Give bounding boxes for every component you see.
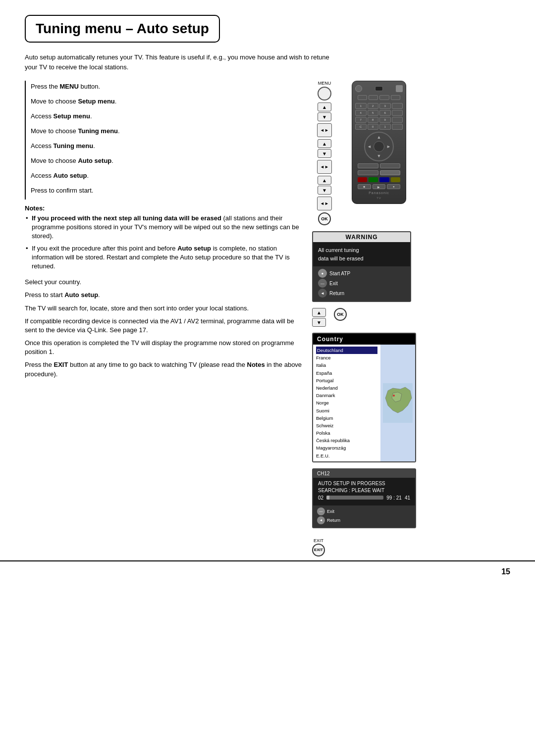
remote-btn — [379, 95, 389, 100]
warning-ok-icon: ● — [318, 269, 327, 278]
remote-btn — [369, 95, 378, 100]
warning-start-row: ● Start ATP — [318, 269, 405, 278]
intro-text: Auto setup automatically retunes your TV… — [25, 52, 332, 72]
country-item: Schweiz — [316, 422, 377, 429]
menu-label: MENU — [318, 81, 331, 86]
progress-bar-row: 02 99 : 21 41 — [318, 495, 410, 501]
country-body: Deutschland France Italia España Portuga… — [313, 345, 415, 461]
bottom-line — [0, 560, 535, 561]
remote-btn — [392, 124, 403, 130]
step-2-text: Move to choose Setup menu. — [31, 97, 302, 106]
remote-green-btn — [369, 177, 378, 182]
notes-item-2: If you exit the procedure after this poi… — [25, 244, 302, 271]
progress-line1: AUTO SETUP IN PROGRESS — [318, 481, 410, 486]
country-selected: Deutschland — [316, 347, 377, 354]
progress-line2: SEARCHING : PLEASE WAIT — [318, 488, 410, 493]
country-ok-icon: OK — [334, 308, 347, 321]
step-4-text: Move to choose Tuning menu. — [31, 127, 302, 136]
remote-btn: 7 — [355, 117, 367, 123]
step-row: Move to choose Setup menu. — [31, 96, 302, 107]
progress-val3: 41 — [405, 495, 410, 501]
remote-btn: 4 — [355, 110, 367, 116]
complete-step: Once this operation is completed the TV … — [25, 339, 302, 356]
nav-right-icon: ► — [386, 144, 391, 149]
warning-header: WARNING — [313, 232, 410, 242]
step-row: Press the MENU button. — [31, 81, 302, 93]
warning-screen: WARNING All current tuning data will be … — [312, 231, 411, 302]
progress-return-label: Return — [327, 518, 340, 523]
channel-label: CH12 — [317, 471, 330, 476]
progress-fill — [326, 496, 329, 500]
press-start-step: Press to start Auto setup. — [25, 291, 302, 300]
warning-return-icon: ◄ — [318, 289, 327, 298]
step-1-text: Press the MENU button. — [31, 82, 302, 91]
remote-btn — [358, 95, 367, 100]
progress-val1: 02 — [318, 495, 323, 501]
nav-down-icon: ▼ — [377, 153, 381, 158]
remote-play-btn: ▶ — [373, 184, 386, 189]
panasonic-label: Panasonic — [369, 191, 389, 195]
select-button-icon: ◄► — [317, 123, 332, 137]
step-5-text: Access Tuning menu. — [31, 142, 302, 151]
nav-up-icon: ▲ — [377, 135, 381, 140]
country-screen: Country Deutschland France Italia España… — [312, 333, 416, 462]
steps-bracket-area: Press the MENU button. Move to choose Se… — [25, 81, 302, 200]
arrow-down-icon: ▼ — [318, 112, 331, 121]
progress-header: CH12 — [313, 469, 415, 478]
notes-section: Notes: If you proceed with the next step… — [25, 204, 302, 271]
progress-footer: — Exit ◄ Return — [313, 505, 415, 527]
remote-btn: 1 — [355, 103, 367, 109]
ok-label: OK — [321, 216, 328, 221]
remote-btn — [392, 117, 403, 123]
remote-btn — [392, 110, 403, 116]
warning-line2: data will be erased — [318, 254, 405, 263]
remote-power-icon — [355, 85, 362, 92]
remote-tv-label: TV — [376, 197, 381, 200]
country-ok-label: OK — [337, 312, 344, 317]
remote-transport-row: ■ ▶ ● — [358, 184, 400, 189]
europe-map-svg — [383, 383, 413, 423]
notes-list: If you proceed with the next step all tu… — [25, 214, 302, 271]
qlink-step: If compatible recording device is connec… — [25, 317, 302, 335]
lower-right-area: ▲ ▼ OK — [312, 308, 347, 327]
step-row: Access Setup menu. — [31, 110, 302, 122]
select-country-step: Select your country. — [25, 278, 302, 287]
progress-exit-icon: — — [317, 507, 325, 515]
remote-control: 1 2 3 4 5 6 7 8 9 C 0 1 — [352, 81, 406, 204]
remote-sensor — [375, 86, 383, 91]
warning-exit-row: — Exit — [318, 279, 405, 288]
step-row: Access Auto setup. — [31, 170, 302, 182]
remote-nav-wheel: ▲ ▼ ◄ ► — [364, 132, 394, 161]
remote-corner — [396, 85, 403, 92]
country-item: España — [316, 369, 377, 377]
remote-color-row — [358, 177, 400, 182]
select-row: Select your country. — [25, 278, 302, 287]
select-country-text: Select your country. — [25, 278, 81, 287]
remote-btn: 1 — [379, 124, 391, 130]
main-columns: Press the MENU button. Move to choose Se… — [25, 81, 510, 556]
country-item: Suomi — [316, 407, 377, 414]
steps-texts: Press the MENU button. Move to choose Se… — [31, 81, 302, 200]
country-item: Nederland — [316, 384, 377, 392]
page-title: Tuning menu – Auto setup — [36, 21, 209, 37]
warning-start-label: Start ATP — [329, 271, 350, 276]
progress-exit-label: Exit — [327, 509, 334, 514]
remote-btn — [358, 163, 378, 168]
remote-btn: 6 — [379, 110, 391, 116]
remote-btn: 8 — [368, 117, 379, 123]
remote-btn — [392, 103, 403, 109]
remote-top-row — [358, 95, 400, 100]
step-7-text: Access Auto setup. — [31, 171, 302, 180]
exit-step: Press the EXIT button at any time to go … — [25, 360, 302, 378]
notes-title: Notes: — [25, 204, 302, 212]
country-item: Česká republika — [316, 437, 377, 444]
country-item: Italia — [316, 361, 377, 369]
country-item: Polska — [316, 429, 377, 437]
remote-red-btn — [358, 177, 367, 182]
search-step: The TV will search for, locate, store an… — [25, 304, 302, 313]
step-3-text: Access Setup menu. — [31, 112, 302, 121]
country-step-icons: ▲ ▼ — [312, 308, 326, 327]
progress-screen: CH12 AUTO SETUP IN PROGRESS SEARCHING : … — [312, 468, 416, 528]
select-3-button-icon: ◄► — [317, 197, 332, 210]
country-item: Magyarország — [316, 444, 377, 452]
